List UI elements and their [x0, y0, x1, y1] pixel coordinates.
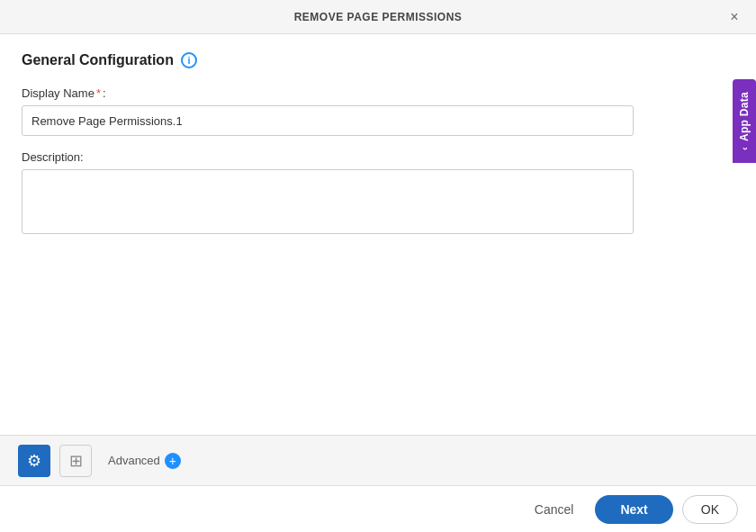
- advanced-plus-icon: +: [165, 453, 181, 469]
- description-label: Description:: [22, 150, 734, 164]
- page-toolbar-button[interactable]: ⊞: [59, 445, 92, 477]
- advanced-label: Advanced: [108, 454, 160, 467]
- modal-container: REMOVE PAGE PERMISSIONS × ‹ App Data Gen…: [0, 0, 756, 532]
- display-name-input[interactable]: [22, 105, 634, 136]
- content-area: ‹ App Data General Configuration i Displ…: [0, 34, 756, 435]
- app-data-chevron-icon: ‹: [739, 147, 750, 150]
- app-data-tab[interactable]: ‹ App Data: [733, 79, 756, 163]
- info-icon[interactable]: i: [181, 52, 197, 68]
- title-bar: REMOVE PAGE PERMISSIONS ×: [0, 0, 756, 34]
- ok-button[interactable]: OK: [682, 495, 738, 524]
- page-icon: ⊞: [69, 451, 83, 471]
- close-button[interactable]: ×: [724, 6, 745, 28]
- gear-icon: ⚙: [27, 451, 41, 471]
- section-heading: General Configuration i: [22, 52, 734, 68]
- description-field-group: Description:: [22, 150, 734, 238]
- cancel-button[interactable]: Cancel: [522, 496, 587, 523]
- bottom-toolbar: ⚙ ⊞ Advanced +: [0, 435, 756, 485]
- description-textarea[interactable]: [22, 169, 634, 234]
- display-name-label: Display Name * :: [22, 86, 734, 100]
- section-title: General Configuration: [22, 52, 174, 68]
- footer-bar: Cancel Next OK: [0, 485, 756, 532]
- gear-toolbar-button[interactable]: ⚙: [18, 445, 50, 477]
- app-data-label: App Data: [738, 92, 751, 141]
- advanced-button[interactable]: Advanced +: [101, 449, 188, 473]
- required-indicator: *: [96, 86, 101, 100]
- next-button[interactable]: Next: [595, 495, 672, 524]
- modal-title: REMOVE PAGE PERMISSIONS: [294, 11, 463, 23]
- display-name-field-group: Display Name * :: [22, 86, 734, 136]
